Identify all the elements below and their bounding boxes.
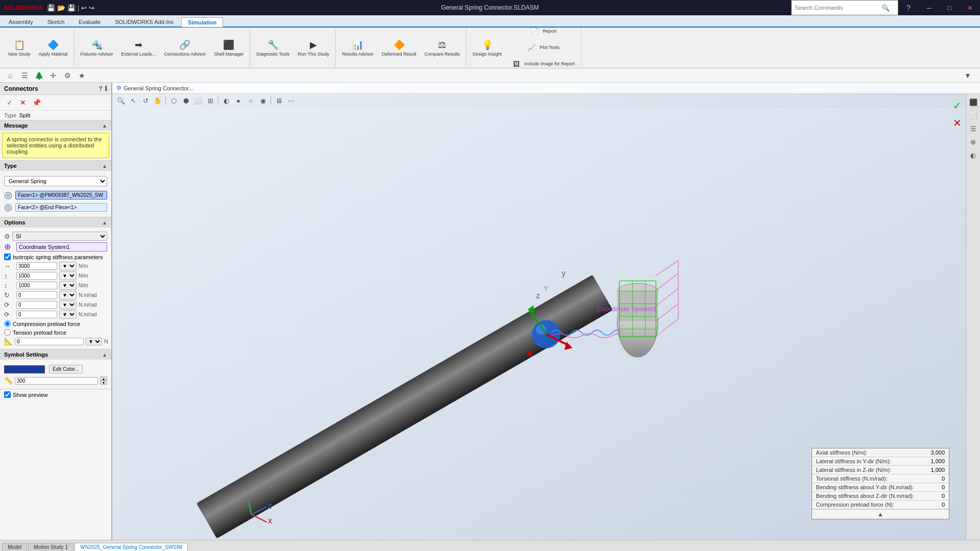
results-advisor-btn[interactable]: 📊 Results Advisor bbox=[339, 37, 377, 59]
plot-tools-btn[interactable]: 📈 Plot Tools bbox=[507, 40, 578, 56]
vp-cancel-btn[interactable]: ✕ bbox=[949, 115, 965, 131]
tab-simulation[interactable]: Simulation bbox=[181, 17, 223, 27]
search-input[interactable] bbox=[795, 5, 881, 11]
help-icon[interactable]: ? bbox=[99, 85, 103, 92]
cancel-btn[interactable]: ✕ bbox=[17, 97, 29, 108]
axial-input[interactable] bbox=[16, 262, 57, 270]
info-icon[interactable]: ℹ bbox=[105, 85, 107, 92]
view-tree-btn[interactable]: 🌲 bbox=[33, 70, 45, 81]
vp-view2-btn[interactable]: ⬢ bbox=[180, 95, 191, 106]
minimize-btn[interactable]: ─ bbox=[919, 0, 939, 15]
shell-manager-btn[interactable]: ⬛ Shell Manager bbox=[211, 37, 247, 59]
vp-shading2-btn[interactable]: ● bbox=[233, 95, 244, 106]
view-home-btn[interactable]: ⌂ bbox=[4, 70, 16, 81]
vp-select-btn[interactable]: ↖ bbox=[128, 95, 139, 106]
connections-advisor-btn[interactable]: 🔗 Connections Advisor bbox=[161, 37, 209, 59]
main-area: Connectors ? ℹ ✓ ✕ 📌 Type Split Message … bbox=[0, 83, 980, 540]
show-preview-checkbox[interactable] bbox=[4, 391, 11, 398]
lateral-y-input[interactable] bbox=[16, 272, 57, 280]
torsional-input[interactable] bbox=[16, 291, 57, 299]
right-icon-4[interactable]: ⊕ bbox=[967, 136, 979, 148]
vp-view4-btn[interactable]: ⊞ bbox=[205, 95, 216, 106]
size-up-btn[interactable]: ▲ bbox=[100, 377, 107, 381]
vp-zoom-btn[interactable]: 🔍 bbox=[115, 95, 127, 106]
bending-z-unit-dropdown[interactable]: ▼ bbox=[59, 310, 77, 319]
preload-input[interactable] bbox=[15, 338, 84, 345]
options-section-header[interactable]: Options ▲ bbox=[0, 217, 111, 228]
external-loads-btn[interactable]: ➡ External Loads... bbox=[118, 37, 159, 59]
table-scroll-up[interactable]: ▲ bbox=[812, 509, 949, 519]
confirm-btn[interactable]: ✓ bbox=[4, 97, 15, 108]
type-section-header[interactable]: Type ▲ bbox=[0, 161, 111, 171]
tension-preload-radio[interactable] bbox=[4, 329, 11, 336]
type-dropdown[interactable]: General Spring bbox=[4, 176, 107, 186]
report-btn[interactable]: 📄 Report bbox=[507, 23, 578, 40]
design-insight-btn[interactable]: 💡 Design Insight bbox=[470, 37, 505, 59]
deformed-result-btn[interactable]: 🔶 Deformed Result bbox=[379, 37, 420, 59]
view-star-btn[interactable]: ★ bbox=[76, 70, 88, 81]
tab-evaluate[interactable]: Evaluate bbox=[72, 17, 107, 27]
vp-pan-btn[interactable]: ✋ bbox=[152, 95, 163, 106]
right-icon-1[interactable]: ⬛ bbox=[967, 96, 979, 108]
view-gear-btn[interactable]: ⚙ bbox=[61, 70, 74, 81]
face1-input[interactable] bbox=[15, 191, 107, 199]
vp-rotate-btn[interactable]: ↺ bbox=[140, 95, 151, 106]
right-icon-3[interactable]: ☰ bbox=[967, 122, 979, 135]
vp-shading4-btn[interactable]: ◉ bbox=[257, 95, 268, 106]
lateral-z-unit-dropdown[interactable]: ▼ bbox=[59, 281, 77, 290]
edit-color-button[interactable]: Edit Color... bbox=[49, 365, 83, 373]
vp-view1-btn[interactable]: ⬡ bbox=[168, 95, 179, 106]
tab-addins[interactable]: SOLIDWORKS Add-Ins bbox=[108, 17, 180, 27]
lateral-z-input[interactable] bbox=[16, 282, 57, 289]
symbol-settings-header[interactable]: Symbol Settings ▲ bbox=[0, 349, 111, 360]
run-study-btn[interactable]: ▶ Run This Study bbox=[295, 37, 332, 59]
new-study-btn[interactable]: 📋 New Study bbox=[5, 37, 34, 59]
vp-shading3-btn[interactable]: ○ bbox=[245, 95, 256, 106]
vp-shading1-btn[interactable]: ◐ bbox=[220, 95, 232, 106]
tab-sketch[interactable]: Sketch bbox=[41, 17, 71, 27]
model-tab-swsim[interactable]: WN2025_General Spring Connector_SWSIM bbox=[75, 543, 188, 551]
vp-view3-btn[interactable]: ⬜ bbox=[192, 95, 204, 106]
torsional-unit-dropdown[interactable]: ▼ bbox=[59, 291, 77, 299]
compression-preload-radio[interactable] bbox=[4, 320, 11, 327]
bending-y-unit-dropdown[interactable]: ▼ bbox=[59, 300, 77, 309]
right-icon-2[interactable]: ⬜ bbox=[967, 109, 979, 121]
expand-btn[interactable]: ▼ bbox=[962, 70, 974, 81]
tab-assembly[interactable]: Assembly bbox=[2, 17, 40, 27]
si-dropdown[interactable]: SI bbox=[12, 232, 107, 241]
message-section-header[interactable]: Message ▲ bbox=[0, 120, 111, 131]
size-down-btn[interactable]: ▼ bbox=[100, 381, 107, 385]
torsional-unit: N.m/rad bbox=[79, 292, 97, 298]
face2-input[interactable] bbox=[15, 203, 107, 212]
right-icon-5[interactable]: ◐ bbox=[967, 149, 979, 161]
coord-input[interactable] bbox=[16, 242, 107, 252]
lateral-y-value: 1,000 bbox=[918, 457, 949, 466]
isotropic-checkbox[interactable] bbox=[4, 254, 11, 260]
vp-display1-btn[interactable]: 🖥 bbox=[273, 95, 284, 106]
include-image-btn[interactable]: 🖼 Include Image for Report bbox=[507, 56, 578, 72]
model-tab-motion[interactable]: Motion Study 1 bbox=[28, 543, 74, 551]
fixtures-advisor-btn[interactable]: 🔩 Fixtures Advisor bbox=[78, 37, 116, 59]
vp-ok-btn[interactable]: ✓ bbox=[949, 98, 965, 113]
preload-unit-dropdown[interactable]: ▼ bbox=[86, 338, 102, 345]
close-btn[interactable]: ✕ bbox=[960, 0, 980, 15]
diagnostic-tools-btn[interactable]: 🔧 Diagnostic Tools bbox=[253, 37, 292, 59]
lateral-y-unit-dropdown[interactable]: ▼ bbox=[59, 271, 77, 280]
size-input[interactable] bbox=[15, 377, 98, 385]
pin-btn[interactable]: 📌 bbox=[31, 97, 42, 108]
axial-unit-dropdown[interactable]: ▼ bbox=[59, 262, 77, 270]
viewport[interactable]: ⚙ General Spring Connector... 🔍 ↖ ↺ ✋ ⬡ … bbox=[112, 83, 980, 540]
model-tab-model[interactable]: Model bbox=[2, 543, 27, 551]
maximize-btn[interactable]: □ bbox=[939, 0, 960, 15]
bending-z-input[interactable] bbox=[16, 311, 57, 318]
view-crosshair-btn[interactable]: ✛ bbox=[47, 70, 59, 81]
vp-display2-btn[interactable]: ⋯ bbox=[285, 95, 297, 106]
lateral-y-unit: N/m bbox=[79, 273, 88, 279]
view-list-btn[interactable]: ☰ bbox=[18, 70, 31, 81]
apply-material-btn[interactable]: 🔷 Apply Material bbox=[36, 37, 71, 59]
question-icon[interactable]: ? bbox=[898, 0, 919, 15]
bending-y-input[interactable] bbox=[16, 301, 57, 309]
color-swatch[interactable] bbox=[4, 365, 45, 373]
si-row: ⚙ SI bbox=[4, 232, 107, 241]
compare-results-btn[interactable]: ⚖ Compare Results bbox=[422, 37, 463, 59]
